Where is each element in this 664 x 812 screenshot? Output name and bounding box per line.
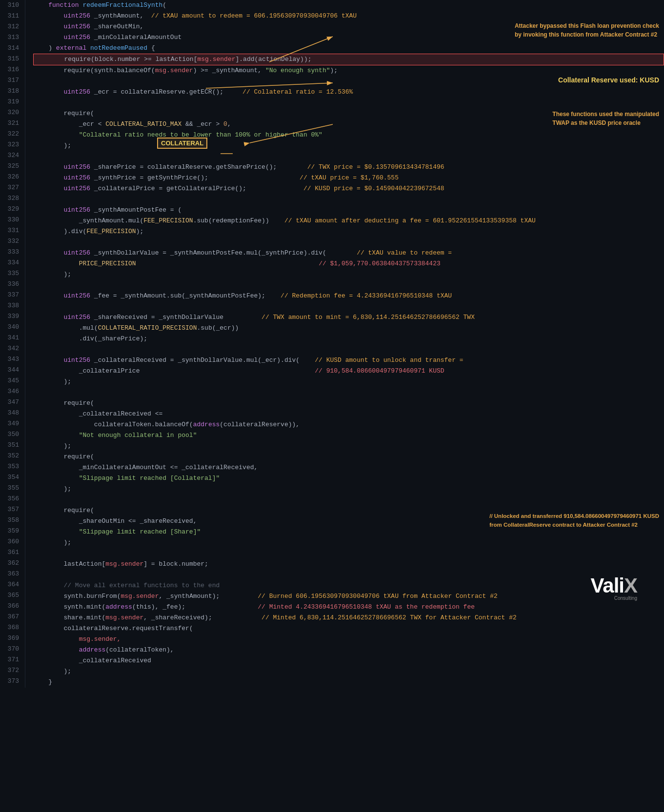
- code-line: _shareOutMin <= _shareReceived,: [33, 516, 664, 527]
- code-line: [33, 344, 664, 355]
- line-number: 342: [0, 343, 19, 354]
- line-number: 332: [0, 236, 19, 247]
- code-line: );: [33, 484, 664, 495]
- code-line: PRICE_PRECISION // $1,059,770.0638404375…: [33, 258, 664, 269]
- line-number: 311: [0, 11, 19, 21]
- line-number: 329: [0, 204, 19, 215]
- line-number: 352: [0, 451, 19, 461]
- code-line: uint256 _ecr = collateralReserve.getECR(…: [33, 87, 664, 98]
- code-line: require(synth.balanceOf(msg.sender) >= _…: [33, 65, 664, 76]
- code-line: uint256 _synthPrice = getSynthPrice(); /…: [33, 173, 664, 183]
- line-number: 347: [0, 397, 19, 408]
- code-line: uint256 _sharePrice = collateralReserve.…: [33, 162, 664, 173]
- code-line: function redeemFractionalSynth(: [33, 0, 664, 11]
- code-line: uint256 _synthAmountPostFee = (: [33, 205, 664, 216]
- code-line: [33, 194, 664, 205]
- line-number: 355: [0, 483, 19, 494]
- code-line: [33, 237, 664, 248]
- code-line: );: [33, 269, 664, 280]
- line-number: 368: [0, 622, 19, 633]
- line-number: 318: [0, 86, 19, 97]
- line-number: 350: [0, 429, 19, 440]
- line-number: 356: [0, 494, 19, 504]
- code-line: [33, 387, 664, 398]
- line-number: 335: [0, 268, 19, 279]
- code-line: uint256 _shareOutMin,: [33, 21, 664, 32]
- line-number: 334: [0, 257, 19, 268]
- code-line: [33, 548, 664, 559]
- line-number: 366: [0, 601, 19, 612]
- line-number: 314: [0, 43, 19, 54]
- line-number: 337: [0, 290, 19, 300]
- code-line: uint256 _minCollateralAmountOut: [33, 32, 664, 43]
- code-line: uint256 _synthAmount, // tXAU amount to …: [33, 11, 664, 21]
- code-line: );: [33, 376, 664, 387]
- line-number: 333: [0, 247, 19, 257]
- code-line: [33, 76, 664, 87]
- line-number: 353: [0, 461, 19, 472]
- line-number: 354: [0, 472, 19, 483]
- line-number: 317: [0, 75, 19, 86]
- code-line: _collateralReceived <=: [33, 409, 664, 419]
- code-line: require(: [33, 452, 664, 462]
- code-line: [33, 151, 664, 162]
- line-number: 372: [0, 665, 19, 676]
- code-line: );: [33, 537, 664, 548]
- line-number: 313: [0, 32, 19, 43]
- code-line: [33, 570, 664, 580]
- line-number: 316: [0, 64, 19, 75]
- code-line: synth.burnFrom(msg.sender, _synthAmount)…: [33, 591, 664, 602]
- line-number: 361: [0, 547, 19, 558]
- line-number: 351: [0, 440, 19, 451]
- line-number: 326: [0, 172, 19, 182]
- code-line: share.mint(msg.sender, _shareReceived); …: [33, 613, 664, 623]
- valix-x: X: [624, 574, 637, 597]
- code-line: uint256 _fee = _synthAmount.sub(_synthAm…: [33, 291, 664, 301]
- line-number: 345: [0, 376, 19, 386]
- line-number: 369: [0, 633, 19, 644]
- line-number: 341: [0, 333, 19, 343]
- line-number: 310: [0, 0, 19, 11]
- code-line: lastAction[msg.sender] = block.number;: [33, 559, 664, 570]
- line-number: 336: [0, 279, 19, 290]
- code-line: require(: [33, 398, 664, 409]
- code-line: address(collateralToken),: [33, 645, 664, 655]
- code-line: // Move all external functions to the en…: [33, 580, 664, 591]
- line-number: 349: [0, 418, 19, 429]
- code-line: uint256 _synthDollarValue = _synthAmount…: [33, 248, 664, 258]
- code-line: require(: [33, 505, 664, 516]
- code-line: .div(_sharePrice);: [33, 334, 664, 344]
- code-line: "Slippage limit reached [Collateral]": [33, 473, 664, 484]
- line-number: 364: [0, 579, 19, 590]
- line-number: 362: [0, 558, 19, 569]
- code-line: collateralReserve.requestTransfer(: [33, 623, 664, 634]
- line-number: 324: [0, 150, 19, 161]
- code-line: require(: [33, 108, 664, 119]
- code-line: msg.sender,: [33, 634, 664, 645]
- line-number: 322: [0, 129, 19, 139]
- code-line: uint256 _collateralReceived = _synthDoll…: [33, 355, 664, 366]
- line-number: 363: [0, 569, 19, 579]
- code-line: _ecr < COLLATERAL_RATIO_MAX && _ecr > 0,: [33, 119, 664, 130]
- code-viewer: 3103113123133143153163173183193203213223…: [0, 0, 664, 688]
- line-number: 338: [0, 300, 19, 311]
- code-line: );: [33, 441, 664, 452]
- line-number: 340: [0, 322, 19, 333]
- line-number: 331: [0, 225, 19, 236]
- code-line: ) external notRedeemPaused {: [33, 43, 664, 54]
- code-line: _minCollateralAmountOut <= _collateralRe…: [33, 462, 664, 473]
- code-line: [33, 98, 664, 108]
- line-numbers: 3103113123133143153163173183193203213223…: [0, 0, 25, 688]
- code-line: );: [33, 666, 664, 677]
- code-line: collateralToken.balanceOf(address(collat…: [33, 419, 664, 430]
- line-number: 343: [0, 354, 19, 365]
- valix-text: Vali: [591, 574, 624, 597]
- code-line: [33, 301, 664, 312]
- code-line: [33, 280, 664, 291]
- code-line: [33, 495, 664, 505]
- line-number: 330: [0, 215, 19, 225]
- code-line: _collateralReceived: [33, 655, 664, 666]
- line-number: 360: [0, 536, 19, 547]
- code-line: uint256 _shareReceived = _synthDollarVal…: [33, 312, 664, 323]
- line-number: 358: [0, 515, 19, 526]
